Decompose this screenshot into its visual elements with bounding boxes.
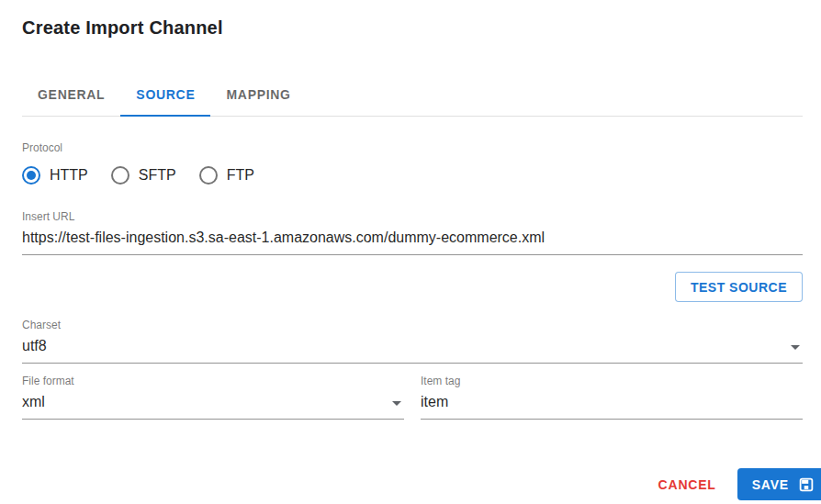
page-title: Create Import Channel <box>22 17 803 39</box>
protocol-label: Protocol <box>22 141 803 154</box>
radio-unselected-icon <box>111 166 129 185</box>
chevron-down-icon <box>791 345 800 350</box>
dialog-actions: CANCEL SAVE <box>655 468 821 500</box>
protocol-radio-row: HTTP SFTP FTP <box>22 166 803 185</box>
create-import-channel-dialog: Create Import Channel GENERAL SOURCE MAP… <box>0 0 821 504</box>
item-tag-field: Item tag item <box>421 375 803 420</box>
insert-url-field: Insert URL https://test-files-ingestion.… <box>22 210 803 255</box>
tab-source[interactable]: SOURCE <box>120 73 210 116</box>
test-source-button[interactable]: TEST SOURCE <box>675 272 803 302</box>
chevron-down-icon <box>392 401 401 406</box>
radio-ftp[interactable]: FTP <box>199 166 254 185</box>
item-tag-input[interactable]: item <box>421 393 803 420</box>
charset-value: utf8 <box>22 337 803 364</box>
file-format-select[interactable]: File format xml <box>22 375 404 420</box>
protocol-group: Protocol HTTP SFTP FTP <box>22 141 803 185</box>
cancel-button[interactable]: CANCEL <box>655 477 720 492</box>
save-button-label: SAVE <box>752 477 789 492</box>
radio-selected-icon <box>22 166 40 185</box>
charset-select[interactable]: Charset utf8 <box>22 319 803 364</box>
radio-sftp[interactable]: SFTP <box>111 166 176 185</box>
tab-general[interactable]: GENERAL <box>22 73 120 116</box>
radio-http[interactable]: HTTP <box>22 166 88 185</box>
tab-mapping[interactable]: MAPPING <box>210 73 306 116</box>
insert-url-input[interactable]: https://test-files-ingestion.s3.sa-east-… <box>22 229 803 255</box>
file-format-label: File format <box>22 375 404 387</box>
radio-sftp-label: SFTP <box>139 167 176 184</box>
charset-label: Charset <box>22 319 803 331</box>
radio-ftp-label: FTP <box>227 167 254 184</box>
item-tag-label: Item tag <box>421 375 803 387</box>
insert-url-label: Insert URL <box>22 210 803 223</box>
save-button[interactable]: SAVE <box>737 468 821 500</box>
tab-bar: GENERAL SOURCE MAPPING <box>22 73 803 117</box>
radio-unselected-icon <box>199 166 218 185</box>
radio-http-label: HTTP <box>50 167 88 184</box>
save-icon <box>798 476 815 493</box>
file-format-value: xml <box>22 393 404 420</box>
